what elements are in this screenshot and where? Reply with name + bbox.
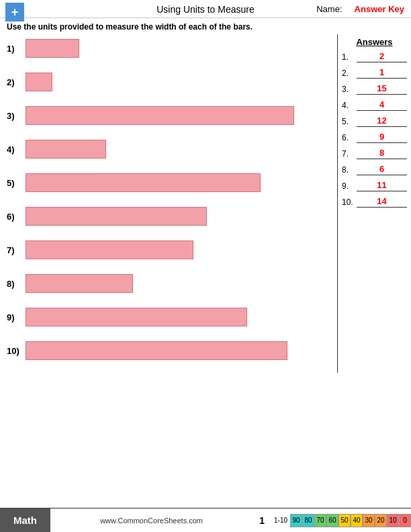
answer-number: 3. — [342, 85, 357, 94]
measurement-bar — [26, 207, 207, 226]
problem-number: 2) — [7, 77, 26, 87]
answer-value: 6 — [379, 164, 384, 174]
bar-container — [26, 207, 330, 226]
score-cell: 80 — [302, 514, 314, 527]
answer-line: 8 — [357, 148, 407, 159]
score-cell: 60 — [326, 514, 338, 527]
problem-number: 9) — [7, 312, 26, 322]
answer-row: 8.6 — [342, 164, 407, 175]
problem-row: 10) — [7, 338, 330, 363]
answer-number: 9. — [342, 181, 357, 191]
logo-icon: + — [5, 3, 24, 21]
name-label: Name: Answer Key — [316, 4, 404, 14]
answer-number: 5. — [342, 117, 357, 126]
main-content: 1)2)3)4)5)6)7)8)9)10) Answers 1.22.13.15… — [0, 34, 411, 373]
score-cell: 10 — [387, 514, 399, 527]
page-header: + Using Units to Measure Name: Answer Ke… — [0, 0, 411, 18]
score-cell: 0 — [399, 514, 411, 527]
problem-row: 5) — [7, 170, 330, 195]
measurement-bar — [26, 106, 294, 125]
answer-line: 14 — [357, 196, 407, 208]
answer-line: 4 — [357, 99, 407, 111]
footer-scores: 1-10 9080706050403020100 — [271, 514, 411, 527]
bar-container — [26, 106, 330, 125]
footer-page-number: 1 — [253, 515, 271, 526]
measurement-bar — [26, 73, 52, 91]
answer-value: 1 — [379, 67, 384, 77]
answer-value: 11 — [377, 180, 386, 190]
instruction-text: Use the units provided to measure the wi… — [0, 18, 411, 34]
problem-row: 9) — [7, 304, 330, 330]
bar-container — [26, 274, 330, 293]
answer-number: 8. — [342, 165, 357, 175]
measurement-bar — [26, 140, 106, 159]
answer-number: 2. — [342, 69, 357, 78]
problem-number: 7) — [7, 245, 26, 255]
answer-number: 7. — [342, 149, 357, 159]
score-range-label: 1-10 — [271, 517, 290, 524]
problem-row: 7) — [7, 237, 330, 263]
answer-line: 2 — [357, 51, 407, 62]
answer-key-label: Answer Key — [355, 4, 404, 14]
page-footer: Math www.CommonCoreSheets.com 1 1-10 908… — [0, 508, 411, 532]
score-cell: 90 — [290, 514, 302, 527]
answer-row: 7.8 — [342, 148, 407, 159]
footer-math-label: Math — [0, 508, 50, 532]
answer-line: 9 — [357, 132, 407, 143]
answer-value: 8 — [379, 148, 384, 158]
score-cell: 20 — [375, 514, 387, 527]
measurement-bar — [26, 274, 133, 293]
problem-row: 4) — [7, 136, 330, 162]
answer-line: 6 — [357, 164, 407, 175]
problem-row: 1) — [7, 36, 330, 61]
score-cells: 9080706050403020100 — [290, 514, 411, 527]
problem-number: 3) — [7, 111, 26, 121]
answer-row: 9.11 — [342, 180, 407, 191]
problem-number: 10) — [7, 346, 26, 356]
answer-row: 10.14 — [342, 196, 407, 208]
page-title: Using Units to Measure — [156, 4, 255, 15]
score-cell: 30 — [363, 514, 375, 527]
problem-number: 6) — [7, 212, 26, 222]
problem-number: 1) — [7, 44, 26, 54]
problem-row: 8) — [7, 271, 330, 296]
measurement-bar — [26, 39, 79, 58]
problems-area: 1)2)3)4)5)6)7)8)9)10) — [0, 34, 337, 373]
problem-number: 8) — [7, 279, 26, 289]
problem-number: 4) — [7, 144, 26, 154]
answers-panel: Answers 1.22.13.154.45.126.97.88.69.1110… — [337, 34, 411, 373]
problem-row: 3) — [7, 103, 330, 128]
answer-line: 15 — [357, 83, 407, 95]
measurement-bar — [26, 173, 261, 192]
score-cell: 40 — [351, 514, 363, 527]
measurement-bar — [26, 341, 287, 360]
bar-container — [26, 140, 330, 159]
answer-line: 11 — [357, 180, 407, 191]
answer-value: 15 — [377, 83, 386, 93]
answer-row: 1.2 — [342, 51, 407, 62]
answer-row: 4.4 — [342, 99, 407, 111]
measurement-bar — [26, 240, 193, 259]
bar-container — [26, 39, 330, 58]
answer-line: 1 — [357, 67, 407, 79]
bar-container — [26, 308, 330, 326]
bar-container — [26, 341, 330, 360]
bar-container — [26, 240, 330, 259]
problem-number: 5) — [7, 178, 26, 188]
answer-line: 12 — [357, 116, 407, 127]
answer-value: 2 — [379, 51, 384, 61]
answers-title: Answers — [342, 37, 407, 47]
answer-number: 6. — [342, 133, 357, 142]
footer-url: www.CommonCoreSheets.com — [50, 517, 253, 525]
answer-value: 9 — [379, 132, 384, 142]
answer-value: 12 — [377, 116, 386, 126]
answers-list: 1.22.13.154.45.126.97.88.69.1110.14 — [342, 51, 407, 208]
problem-row: 2) — [7, 69, 330, 95]
answer-row: 2.1 — [342, 67, 407, 79]
answer-number: 1. — [342, 52, 357, 62]
score-cell: 70 — [314, 514, 326, 527]
answer-number: 4. — [342, 101, 357, 110]
answer-row: 5.12 — [342, 116, 407, 127]
bar-container — [26, 173, 330, 192]
answer-value: 14 — [377, 196, 386, 206]
